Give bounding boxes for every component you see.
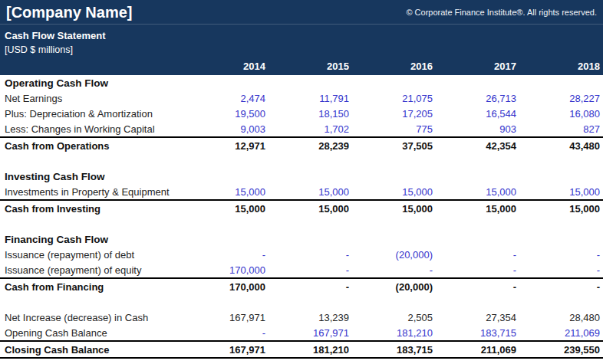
value-cell [436, 231, 519, 247]
value-cell: 15,000 [519, 200, 603, 216]
input-value-cell[interactable]: 1,702 [269, 121, 352, 137]
input-value-cell[interactable]: 2,474 [185, 90, 269, 106]
input-value-cell[interactable]: 15,000 [519, 184, 603, 200]
value-cell: 2,505 [352, 310, 436, 325]
value-cell [352, 153, 436, 169]
input-value-cell[interactable]: - [185, 247, 269, 262]
input-value-cell[interactable]: - [436, 262, 519, 278]
value-cell: 43,480 [519, 137, 603, 153]
value-cell: 15,000 [352, 200, 436, 216]
row-label: Issuance (repayment) of equity [0, 262, 185, 278]
value-cell [269, 75, 352, 90]
input-value-cell[interactable]: 183,715 [436, 325, 519, 341]
input-value-cell[interactable]: 170,000 [185, 262, 269, 278]
row-label: Issuance (repayment) of debt [0, 247, 185, 262]
value-cell: - [436, 278, 519, 294]
value-cell: 181,210 [269, 341, 352, 358]
copyright-notice: © Corporate Finance Institute®. All righ… [406, 8, 597, 17]
input-value-cell[interactable]: 181,210 [352, 325, 436, 341]
input-value-cell[interactable]: 15,000 [185, 184, 269, 200]
value-cell [185, 75, 269, 90]
table-row [0, 153, 603, 169]
input-value-cell[interactable]: - [436, 247, 519, 262]
input-value-cell[interactable]: 19,500 [185, 106, 269, 121]
input-value-cell[interactable]: 211,069 [519, 325, 603, 341]
input-value-cell[interactable]: 903 [436, 121, 519, 137]
row-label: Plus: Depreciation & Amortization [0, 106, 185, 121]
value-cell [519, 153, 603, 169]
input-value-cell[interactable]: 15,000 [269, 184, 352, 200]
value-cell [436, 75, 519, 90]
value-cell: 15,000 [269, 200, 352, 216]
input-value-cell[interactable]: 775 [352, 121, 436, 137]
input-value-cell[interactable]: - [352, 262, 436, 278]
row-label: Net Earnings [0, 90, 185, 106]
table-row: Issuance (repayment) of equity170,000---… [0, 262, 603, 278]
table-row: Investments in Property & Equipment15,00… [0, 184, 603, 200]
statement-title: Cash Flow Statement [0, 25, 603, 41]
value-cell [519, 169, 603, 184]
input-value-cell[interactable]: 9,003 [185, 121, 269, 137]
value-cell: 12,971 [185, 137, 269, 153]
row-label [0, 216, 185, 231]
input-value-cell[interactable]: 26,713 [436, 90, 519, 106]
year-header-row: 20142015201620172018 [0, 58, 603, 75]
input-value-cell[interactable]: - [269, 262, 352, 278]
table-row: Issuance (repayment) of debt--(20,000)-- [0, 247, 603, 262]
value-cell: - [519, 278, 603, 294]
value-cell: 28,480 [519, 310, 603, 325]
input-value-cell[interactable]: - [185, 325, 269, 341]
table-row: Opening Cash Balance-167,971181,210183,7… [0, 325, 603, 341]
value-cell: 183,715 [352, 341, 436, 358]
header-top-row: [Company Name] © Corporate Finance Insti… [0, 0, 603, 25]
row-label: Cash from Operations [0, 137, 185, 153]
input-value-cell[interactable]: 15,000 [352, 184, 436, 200]
table-row: Less: Changes in Working Capital9,0031,7… [0, 121, 603, 137]
input-value-cell[interactable]: (20,000) [352, 247, 436, 262]
value-cell: 28,239 [269, 137, 352, 153]
value-cell: 15,000 [436, 200, 519, 216]
company-name: [Company Name] [6, 3, 132, 21]
row-label: Opening Cash Balance [0, 325, 185, 341]
input-value-cell[interactable]: 15,000 [436, 184, 519, 200]
table-row [0, 216, 603, 231]
table-row: Net Earnings2,47411,79121,07526,71328,22… [0, 90, 603, 106]
units-label: [USD $ millions] [0, 41, 603, 55]
row-label: Investments in Property & Equipment [0, 184, 185, 200]
input-value-cell[interactable]: 21,075 [352, 90, 436, 106]
value-cell [269, 231, 352, 247]
value-cell [436, 294, 519, 310]
value-cell [352, 294, 436, 310]
input-value-cell[interactable]: 167,971 [269, 325, 352, 341]
value-cell [519, 75, 603, 90]
value-cell [185, 294, 269, 310]
value-cell [519, 231, 603, 247]
table-row: Closing Cash Balance167,971181,210183,71… [0, 341, 603, 358]
table-row: Cash from Operations12,97128,23937,50542… [0, 137, 603, 153]
row-label: Cash from Financing [0, 278, 185, 294]
value-cell [185, 231, 269, 247]
value-cell: (20,000) [352, 278, 436, 294]
header-banner: [Company Name] © Corporate Finance Insti… [0, 0, 603, 58]
input-value-cell[interactable]: 17,205 [352, 106, 436, 121]
year-column-header: 2015 [269, 58, 352, 75]
input-value-cell[interactable]: 28,227 [519, 90, 603, 106]
value-cell: 170,000 [185, 278, 269, 294]
year-column-header: 2016 [352, 58, 436, 75]
input-value-cell[interactable]: 16,080 [519, 106, 603, 121]
input-value-cell[interactable]: 827 [519, 121, 603, 137]
value-cell [352, 169, 436, 184]
input-value-cell[interactable]: 18,150 [269, 106, 352, 121]
value-cell [185, 153, 269, 169]
input-value-cell[interactable]: 11,791 [269, 90, 352, 106]
value-cell: 15,000 [185, 200, 269, 216]
input-value-cell[interactable]: - [269, 247, 352, 262]
value-cell: 211,069 [436, 341, 519, 358]
table-row: Cash from Investing15,00015,00015,00015,… [0, 200, 603, 216]
input-value-cell[interactable]: - [519, 262, 603, 278]
value-cell [269, 153, 352, 169]
input-value-cell[interactable]: 16,544 [436, 106, 519, 121]
input-value-cell[interactable]: - [519, 247, 603, 262]
row-label: Investing Cash Flow [0, 169, 185, 184]
value-cell [185, 169, 269, 184]
